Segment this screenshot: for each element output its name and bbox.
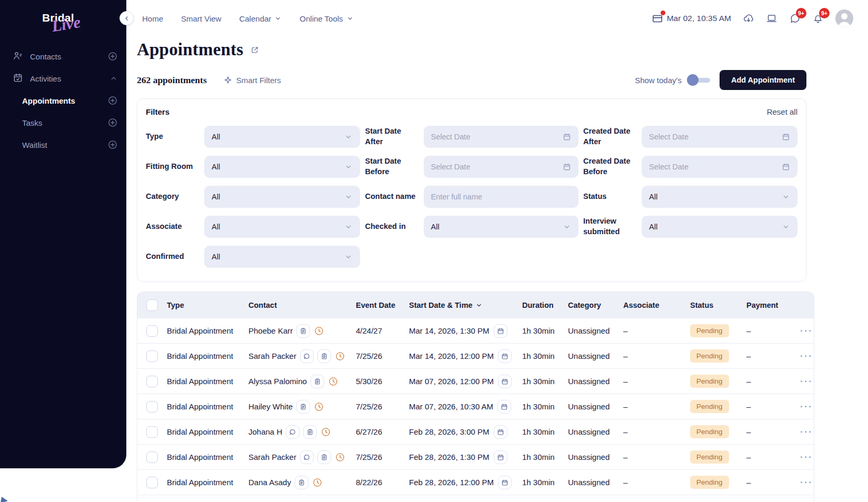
nav-link-online-tools[interactable]: Online Tools [300,14,353,23]
smart-filters-button[interactable]: Smart Filters [224,76,281,85]
reschedule-calendar-button[interactable] [494,324,507,338]
filter-date-start-date-before[interactable]: Select Date [424,156,578,178]
message-contact-button[interactable] [286,425,300,439]
sidebar-item-activities[interactable]: Activities [0,67,126,89]
column-header-contact[interactable]: Contact [248,301,356,309]
filter-select-checked-in[interactable]: All [424,216,578,238]
count-row: 262 appointments Smart Filters Show toda… [126,59,868,90]
filter-date-start-date-after[interactable]: Select Date [424,126,578,148]
filter-date-created-date-after[interactable]: Select Date [642,126,797,148]
nav-link-calendar[interactable]: Calendar [239,14,282,23]
column-header-payment[interactable]: Payment [746,301,800,309]
reschedule-calendar-button[interactable] [497,400,511,414]
cloud-download-icon[interactable] [743,13,754,24]
column-header-duration[interactable]: Duration [522,301,568,309]
category-cell: Unassigned [568,478,623,487]
add-appointments-icon[interactable] [107,95,118,106]
row-menu-icon[interactable] [800,427,813,437]
add-tasks-icon[interactable] [107,117,118,128]
appointment-details-button[interactable] [317,450,331,464]
row-checkbox[interactable] [146,325,158,337]
filter-select-status[interactable]: All [642,186,797,208]
row-checkbox[interactable] [146,451,158,463]
reschedule-calendar-button[interactable] [494,450,507,464]
table-row[interactable]: Bridal Appointment Sarah Packer 7/25/26 … [137,444,814,469]
row-checkbox[interactable] [146,477,158,488]
sidebar-item-appointments[interactable]: Appointments [0,89,126,112]
column-header-associate[interactable]: Associate [623,301,690,309]
billing-icon[interactable] [652,13,663,24]
message-contact-button[interactable] [300,450,314,464]
contact-name-input[interactable] [431,193,571,201]
row-checkbox[interactable] [146,401,158,413]
pending-clock-icon[interactable] [312,477,323,488]
sidebar-item-tasks[interactable]: Tasks [0,112,126,134]
table-row[interactable]: Bridal Appointment Sarah Packer 7/25/26 … [137,343,814,368]
appointment-details-button[interactable] [296,400,310,414]
select-all-checkbox[interactable] [146,299,158,311]
row-menu-icon[interactable] [800,326,813,336]
reset-all-button[interactable]: Reset all [767,107,797,116]
column-header-status[interactable]: Status [690,301,746,309]
appointment-details-button[interactable] [303,425,317,439]
filter-select-category[interactable]: All [204,186,360,208]
reschedule-calendar-button[interactable] [498,375,512,388]
avatar[interactable] [835,9,853,27]
row-menu-icon[interactable] [800,452,813,462]
row-checkbox[interactable] [146,426,158,438]
row-checkbox[interactable] [146,376,158,387]
column-header-category[interactable]: Category [568,301,623,309]
device-icon[interactable] [766,13,777,24]
reschedule-calendar-button[interactable] [494,425,507,439]
filter-date-created-date-before[interactable]: Select Date [642,156,797,178]
add-contacts-icon[interactable] [107,51,118,62]
table-row[interactable]: Bridal Appointment Alyssa Palomino 5/30/… [137,368,814,394]
sidebar-item-waitlist[interactable]: Waitlist [0,134,126,156]
add-appointment-button[interactable]: Add Appointment [720,70,806,90]
collapse-section-icon[interactable] [109,74,118,83]
row-menu-icon[interactable] [800,477,813,487]
contact-name: Sarah Packer [248,352,296,360]
pending-clock-icon[interactable] [314,326,324,336]
table-row[interactable]: Bridal Appointment Johana H 6/27/26 Feb … [137,419,814,444]
appointment-details-button[interactable] [296,324,310,338]
filter-select-associate[interactable]: All [204,216,360,238]
add-waitlist-icon[interactable] [107,139,118,150]
appointment-details-button[interactable] [311,375,324,388]
pending-clock-icon[interactable] [328,376,338,387]
pending-clock-icon[interactable] [335,351,345,362]
filter-select-fitting-room[interactable]: All [204,156,360,178]
row-checkbox[interactable] [146,350,158,362]
column-header-event-date[interactable]: Event Date [356,301,409,309]
reschedule-calendar-button[interactable] [498,349,512,363]
pending-clock-icon[interactable] [321,427,331,437]
column-header-start-date-time[interactable]: Start Date & Time [409,301,522,309]
smart-filters-icon [224,76,232,84]
table-row[interactable]: Bridal Appointment Dana Asady 8/22/26 Fe… [137,469,814,495]
contact-name: Alyssa Palomino [248,377,307,386]
message-contact-button[interactable] [300,349,314,363]
sidebar-collapse-button[interactable] [119,11,134,25]
pending-clock-icon[interactable] [314,401,324,412]
reschedule-calendar-button[interactable] [498,476,512,489]
filter-select-type[interactable]: All [204,126,360,148]
nav-link-home[interactable]: Home [142,14,163,23]
external-link-icon[interactable] [251,46,259,54]
notifications-icon[interactable]: 9+ [812,13,824,24]
row-menu-icon[interactable] [800,401,813,411]
filter-select-interview-submitted[interactable]: All [642,216,797,238]
table-row[interactable]: Bridal Appointment Phoebe Karr 4/24/27 M… [137,318,814,343]
appointment-details-button[interactable] [295,476,308,489]
nav-link-smart-view[interactable]: Smart View [181,14,221,23]
row-menu-icon[interactable] [800,351,813,361]
column-header-type[interactable]: Type [167,301,248,309]
filter-select-confirmed[interactable]: All [204,246,360,268]
messages-icon[interactable]: 9+ [789,13,801,24]
appointment-details-button[interactable] [317,349,331,363]
pending-clock-icon[interactable] [335,452,345,463]
payment-cell: – [746,453,800,461]
sidebar-item-contacts[interactable]: Contacts [0,45,126,67]
row-menu-icon[interactable] [800,376,813,386]
table-row[interactable]: Bridal Appointment Hailey White 7/25/26 … [137,394,814,419]
show-todays-toggle[interactable] [687,74,710,86]
